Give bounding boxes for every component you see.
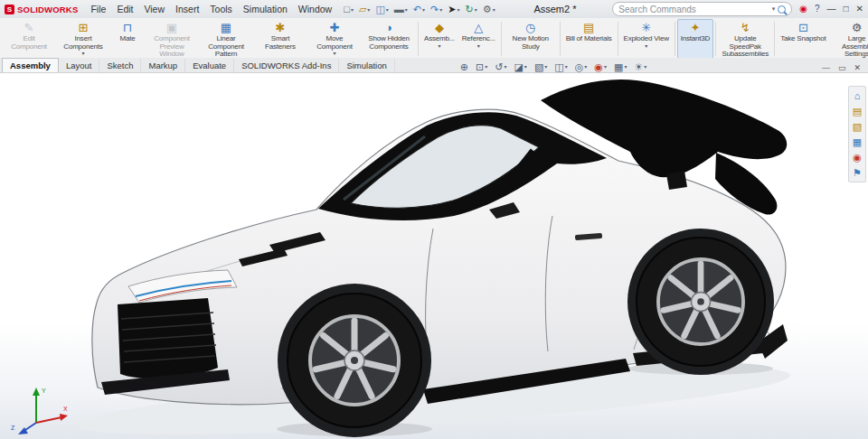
exploded-view-button[interactable]: ✳ Exploded View ▾ <box>620 19 673 59</box>
chevron-down-icon: ▾ <box>333 51 335 56</box>
component-preview-window-button[interactable]: ▣ Component Preview Window ▾ <box>145 19 199 59</box>
chevron-down-icon[interactable]: ▾ <box>772 5 776 13</box>
ribbon-separator: ▾ <box>774 22 775 56</box>
zoom-to-fit-icon[interactable]: ⊕ ▾ <box>460 62 468 72</box>
title-bar: S SOLIDWORKS FileEditViewInsertToolsSimu… <box>0 0 868 19</box>
tab-solidworks-add-ins[interactable]: SOLIDWORKS Add-Ins <box>234 59 339 72</box>
update-speedpak-button[interactable]: ↯ Update SpeedPak Subassemblies ▾ <box>718 19 772 59</box>
rebuild-button[interactable]: ↻ ▾ <box>463 4 480 15</box>
appearances-icon[interactable]: ◉ <box>853 152 862 163</box>
search-input[interactable]: Search Commands ▾ <box>612 2 792 16</box>
task-pane: ⌂▤▧▦◉⚑ <box>848 86 866 182</box>
insert-components-button[interactable]: ⊞ Insert Components ▾ <box>56 19 110 59</box>
design-library-icon[interactable]: ▤ <box>853 106 862 117</box>
undo-button[interactable]: ↶ ▾ <box>410 4 428 15</box>
restore-window-icon[interactable]: □ <box>844 5 849 14</box>
ribbon-button-label: Mate <box>120 35 136 43</box>
menubar-item[interactable]: Simulation <box>238 2 293 16</box>
assembly-features-button[interactable]: ◆ Assemb... ▾ <box>420 19 458 59</box>
custom-properties-icon[interactable]: ⚑ <box>853 167 862 178</box>
edit-component-button[interactable]: ✎ Edit Component ▾ <box>2 19 56 59</box>
title-area: Assem2 * <box>498 4 613 14</box>
solidworks-window: { "colors":{"brand_red":"#d6001c","ribbo… <box>0 0 868 439</box>
chevron-down-icon: ▾ <box>644 62 646 72</box>
menubar-item[interactable]: Edit <box>111 2 138 16</box>
menubar-item[interactable]: View <box>138 2 170 16</box>
mate-button[interactable]: ⊓ Mate ▾ <box>110 19 145 59</box>
tab-simulation[interactable]: Simulation <box>339 59 394 72</box>
rear-wheel[interactable] <box>637 238 765 366</box>
move-component-button[interactable]: ✚ Move Component ▾ <box>307 19 362 59</box>
menubar-item[interactable]: Window <box>293 2 337 16</box>
search-icon[interactable] <box>778 5 786 14</box>
tab-layout[interactable]: Layout <box>59 59 100 72</box>
show-hidden-components-button[interactable]: ◑ Show Hidden Components ▾ <box>362 19 416 59</box>
triad-x-label: X <box>63 406 68 412</box>
ribbon-button-label: Smart Fasteners <box>257 35 304 51</box>
options-button[interactable]: ⚙ ▾ <box>480 4 498 15</box>
save-button[interactable]: ◫ ▾ <box>373 4 391 15</box>
view-orientation-icon[interactable]: ▧ ▾ <box>534 62 547 72</box>
close-window-icon[interactable]: ✕ <box>856 5 863 14</box>
ribbon-button-icon: ✳ <box>641 22 651 34</box>
select-button[interactable]: ➤ ▾ <box>445 4 462 15</box>
menubar-item[interactable]: Tools <box>204 2 238 16</box>
ribbon-button-icon: ▦ <box>221 22 231 34</box>
ribbon-button-label: Bill of Materials <box>566 35 612 43</box>
viewport-minimize-icon[interactable]: — <box>822 64 830 72</box>
linear-component-pattern-button[interactable]: ▦ Linear Component Pattern ▾ <box>199 19 253 59</box>
minimize-window-icon[interactable]: — <box>827 5 836 14</box>
chevron-down-icon: ▾ <box>584 62 587 72</box>
solidworks-badge-icon[interactable]: ◉ <box>799 5 807 14</box>
solidworks-resources-icon[interactable]: ⌂ <box>854 90 861 101</box>
chevron-down-icon: ▾ <box>386 6 389 13</box>
viewport-restore-icon[interactable]: ▭ <box>838 64 846 72</box>
previous-view-icon[interactable]: ↺ ▾ <box>495 62 506 72</box>
front-grille[interactable] <box>118 298 218 378</box>
view-palette-icon[interactable]: ▦ <box>853 136 862 147</box>
ribbon-separator: ▾ <box>618 22 618 56</box>
front-wheel[interactable] <box>288 294 421 427</box>
titlebar-right-icons: ◉?—□✕ <box>799 5 863 14</box>
new-file-button[interactable]: □ ▾ <box>341 4 356 15</box>
ribbon-collapse-icon[interactable]: ∧ <box>849 20 866 33</box>
smart-fasteners-button[interactable]: ✱ Smart Fasteners ▾ <box>253 19 307 59</box>
reference-triad: Y X Z <box>9 379 74 435</box>
menubar-item[interactable]: Insert <box>170 2 204 16</box>
tab-evaluate[interactable]: Evaluate <box>185 59 234 72</box>
redo-button[interactable]: ↷ ▾ <box>428 4 445 15</box>
tab-markup[interactable]: Markup <box>141 59 185 72</box>
viewport-close-icon[interactable]: ✕ <box>854 64 861 72</box>
ribbon-button-icon: ✦ <box>691 22 701 34</box>
hide-show-items-icon[interactable]: ◎ ▾ <box>575 62 588 72</box>
help-icon[interactable]: ? <box>815 5 820 14</box>
file-explorer-icon[interactable]: ▧ <box>853 121 862 132</box>
instant3d-button[interactable]: ✦ Instant3D ▾ <box>677 19 713 59</box>
view-settings-icon[interactable]: ☀ ▾ <box>634 62 646 72</box>
tab-sketch[interactable]: Sketch <box>99 59 141 72</box>
apply-scene-icon[interactable]: ▦ ▾ <box>614 62 627 72</box>
tab-assembly[interactable]: Assembly <box>2 58 59 72</box>
menubar-item[interactable]: File <box>85 2 111 16</box>
zoom-to-area-icon[interactable]: ⊡ ▾ <box>476 62 487 72</box>
chevron-down-icon: ▾ <box>422 6 425 13</box>
ribbon-button-label: Large Assembly Settings <box>834 35 868 59</box>
print-button[interactable]: ▬ ▾ <box>392 4 410 15</box>
ribbon-button-label: Edit Component <box>5 35 52 51</box>
chevron-down-icon: ▾ <box>645 43 647 49</box>
take-snapshot-button[interactable]: ⊡ Take Snapshot ▾ <box>777 19 829 59</box>
bill-of-materials-button[interactable]: ▤ Bill of Materials ▾ <box>562 19 616 59</box>
search-placeholder: Search Commands <box>618 5 769 14</box>
new-motion-study-button[interactable]: ◷ New Motion Study ▾ <box>504 19 558 59</box>
ribbon-button-label: Show Hidden Components <box>365 35 412 51</box>
graphics-area[interactable]: ⌂▤▧▦◉⚑ Y X Z <box>0 73 868 439</box>
ribbon-button-label: Insert Components <box>60 35 107 51</box>
chevron-down-icon: ▾ <box>439 6 442 13</box>
edit-appearance-icon[interactable]: ◉ ▾ <box>594 62 607 72</box>
open-button[interactable]: ▱ ▾ <box>356 4 373 15</box>
section-view-icon[interactable]: ◪ ▾ <box>514 62 526 72</box>
chevron-down-icon: ▾ <box>604 62 607 72</box>
ribbon-separator: ▾ <box>418 22 419 56</box>
display-style-icon[interactable]: ◫ ▾ <box>554 62 567 72</box>
reference-geometry-button[interactable]: △ Referenc... ▾ <box>458 19 499 59</box>
